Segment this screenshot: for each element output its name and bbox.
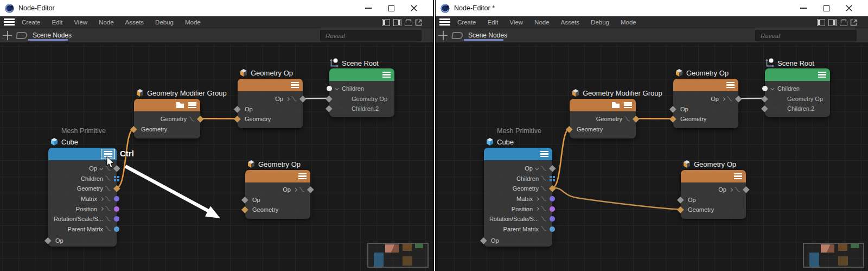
chevron-right-icon[interactable]	[100, 197, 104, 201]
parent-matrix-output-port[interactable]	[114, 226, 119, 232]
menu-debug[interactable]: Debug	[154, 19, 175, 26]
node-geometry-op-top[interactable]: Geometry Op Op Op Geometry	[238, 79, 303, 128]
chevron-right-icon[interactable]	[535, 207, 539, 211]
menu-create[interactable]: Create	[456, 19, 478, 26]
chevron-right-icon[interactable]	[293, 188, 297, 192]
menu-edit[interactable]: Edit	[50, 19, 65, 26]
node-geometry-op-bottom[interactable]: Geometry Op Op Op Geometry	[245, 170, 310, 219]
node-menu-icon[interactable]	[291, 82, 299, 88]
position-output-port[interactable]	[114, 206, 119, 212]
children-root-port[interactable]	[327, 86, 332, 91]
matrix-output-port[interactable]	[114, 196, 119, 201]
lock-icon[interactable]	[405, 19, 411, 26]
cube-node-header[interactable]	[484, 148, 552, 160]
children-output-port[interactable]	[550, 176, 555, 181]
node-menu-icon[interactable]	[188, 102, 196, 108]
node-menu-icon[interactable]	[818, 72, 826, 78]
node-menu-icon[interactable]	[382, 72, 391, 78]
scene-root-header[interactable]	[329, 68, 394, 81]
node-menu-icon[interactable]	[540, 151, 548, 157]
undock-icon[interactable]	[414, 18, 423, 27]
split-panel-left-icon[interactable]	[382, 19, 390, 26]
port-row-geometry-out: Geometry	[134, 114, 200, 124]
menu-assets[interactable]: Assets	[124, 19, 146, 26]
position-output-port[interactable]	[550, 206, 555, 212]
minimap-geometry-op-node	[403, 244, 412, 251]
node-group-tag-icon[interactable]	[16, 32, 28, 39]
menu-debug[interactable]: Debug	[589, 19, 611, 26]
chevron-right-icon[interactable]	[722, 97, 725, 101]
parent-matrix-output-port[interactable]	[550, 226, 555, 232]
modifier-node-header[interactable]	[570, 99, 636, 111]
minimap[interactable]	[803, 243, 864, 268]
chevron-down-icon[interactable]	[99, 166, 103, 170]
minimap-scene-root-node	[851, 243, 859, 248]
menu-edit[interactable]: Edit	[486, 19, 500, 26]
menu-create[interactable]: Create	[20, 19, 42, 26]
minimize-button[interactable]	[792, 0, 815, 16]
tab-scene-nodes[interactable]: Scene Nodes	[33, 31, 72, 39]
geometry-op-header[interactable]	[673, 79, 738, 91]
hamburger-menu-icon[interactable]	[4, 18, 15, 26]
close-button[interactable]	[838, 0, 860, 16]
title-bar[interactable]: Node-Editor	[0, 0, 433, 16]
node-geometry-op-bottom[interactable]: Geometry Op Op Op Geometry	[681, 170, 746, 219]
modifier-node-header[interactable]	[134, 99, 200, 111]
add-tab-button[interactable]	[438, 31, 448, 40]
menu-mode[interactable]: Mode	[619, 19, 638, 26]
menu-assets[interactable]: Assets	[559, 19, 582, 26]
split-panel-right-icon[interactable]	[828, 19, 837, 26]
node-geometry-modifier-group[interactable]: Geometry Modifier Group Geometry Geometr…	[134, 99, 200, 138]
menu-mode[interactable]: Mode	[183, 19, 202, 26]
chevron-right-icon[interactable]	[100, 207, 104, 211]
menu-node[interactable]: Node	[533, 19, 551, 26]
close-button[interactable]	[403, 0, 425, 16]
chevron-down-icon[interactable]	[335, 86, 339, 90]
split-panel-left-icon[interactable]	[817, 19, 825, 26]
title-bar[interactable]: Node-Editor *	[436, 0, 868, 16]
chevron-right-icon[interactable]	[286, 97, 290, 101]
undock-icon[interactable]	[850, 18, 858, 27]
maximize-button[interactable]	[380, 0, 403, 16]
reveal-search-input[interactable]	[755, 30, 857, 41]
split-panel-right-icon[interactable]	[393, 19, 401, 26]
node-group-tag-icon[interactable]	[451, 32, 463, 39]
chevron-down-icon[interactable]	[535, 166, 539, 170]
hamburger-menu-icon[interactable]	[439, 18, 450, 26]
geometry-op-header[interactable]	[245, 170, 310, 182]
node-menu-icon[interactable]	[298, 173, 307, 179]
rotation-output-port[interactable]	[550, 216, 555, 222]
node-geometry-modifier-group[interactable]: Geometry Modifier Group Geometry Geometr…	[570, 99, 636, 138]
chevron-down-icon[interactable]	[770, 86, 774, 90]
menu-view[interactable]: View	[508, 19, 525, 26]
menu-view[interactable]: View	[72, 19, 89, 26]
folder-icon[interactable]	[612, 102, 620, 108]
maximize-button[interactable]	[815, 0, 838, 16]
folder-icon[interactable]	[176, 102, 184, 108]
node-menu-icon[interactable]	[734, 173, 742, 179]
menu-node[interactable]: Node	[97, 19, 116, 26]
chevron-right-icon[interactable]	[535, 197, 539, 201]
chevron-right-icon[interactable]	[729, 188, 733, 192]
lock-icon[interactable]	[840, 19, 846, 26]
rotation-output-port[interactable]	[114, 216, 119, 222]
reveal-search-input[interactable]	[320, 30, 422, 41]
matrix-output-port[interactable]	[550, 196, 555, 201]
port-stub	[540, 166, 547, 172]
port-row-child-geometry-op: Geometry Op	[329, 94, 394, 104]
node-menu-icon[interactable]	[726, 82, 735, 88]
scene-root-header[interactable]	[765, 68, 830, 81]
minimize-button[interactable]	[357, 0, 380, 16]
node-cube[interactable]: Mesh Primitive Cube Op Children	[484, 148, 552, 247]
node-scene-root[interactable]: Scene Root Children Geometry Op Children…	[765, 68, 830, 117]
children-output-port[interactable]	[114, 176, 119, 181]
add-tab-button[interactable]	[3, 31, 12, 40]
node-geometry-op-top[interactable]: Geometry Op Op Op Geometry	[673, 79, 738, 128]
tab-scene-nodes[interactable]: Scene Nodes	[468, 31, 507, 39]
children-root-port[interactable]	[762, 86, 768, 91]
node-menu-icon[interactable]	[624, 102, 632, 108]
minimap[interactable]	[367, 243, 429, 268]
geometry-op-header[interactable]	[238, 79, 303, 91]
geometry-op-header[interactable]	[681, 170, 746, 182]
node-scene-root[interactable]: Scene Root Children Geometry Op Children…	[329, 68, 394, 117]
